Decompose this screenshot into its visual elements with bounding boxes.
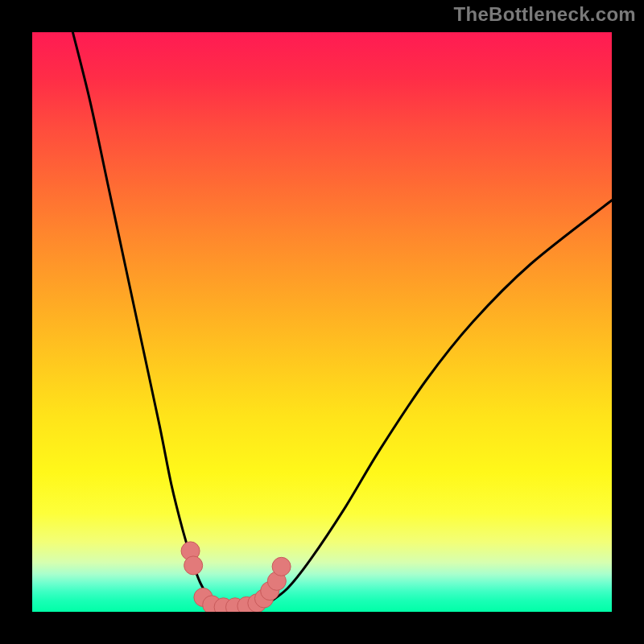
bottleneck-curve (72, 32, 612, 609)
plot-area (32, 32, 612, 612)
watermark-text: TheBottleneck.com (454, 3, 636, 26)
highlight-dot (184, 556, 203, 575)
chart-frame: TheBottleneck.com (0, 0, 644, 644)
chart-svg (32, 32, 612, 612)
highlight-dot (272, 557, 291, 576)
